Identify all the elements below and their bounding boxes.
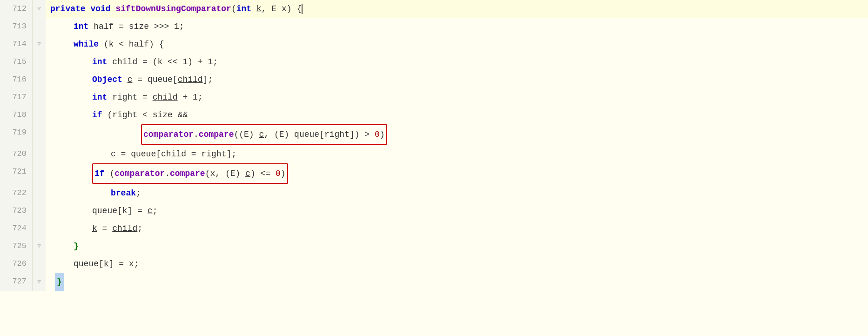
- line-number-717: 717: [0, 88, 33, 106]
- code-line-712: 712 ▽ private void siftDownUsingComparat…: [0, 0, 868, 18]
- red-box-719: comparator.compare((E) c, (E) queue[righ…: [141, 124, 387, 145]
- code-content-721: if (comparator.compare(x, (E) c) <= 0): [46, 163, 868, 184]
- gutter-718: [33, 106, 46, 124]
- line-number-720: 720: [0, 145, 33, 163]
- line-number-725: 725: [0, 237, 33, 255]
- gutter-714: ▽: [33, 35, 46, 53]
- line-number-712: 712: [0, 0, 33, 18]
- line-number-727: 727: [0, 273, 33, 291]
- code-content-713: int half = size >>> 1;: [46, 18, 868, 35]
- line-number-719: 719: [0, 124, 33, 145]
- code-line-722: 722 break;: [0, 184, 868, 202]
- code-line-716: 716 Object c = queue[child];: [0, 71, 868, 88]
- gutter-719: [33, 124, 46, 145]
- code-line-713: 713 int half = size >>> 1;: [0, 18, 868, 35]
- code-content-726: queue[k] = x;: [46, 255, 868, 273]
- code-line-721: 721 if (comparator.compare(x, (E) c) <= …: [0, 163, 868, 184]
- code-content-712: private void siftDownUsingComparator(int…: [46, 0, 868, 18]
- line-number-726: 726: [0, 255, 33, 273]
- code-line-724: 724 k = child;: [0, 220, 868, 237]
- gutter-715: [33, 53, 46, 71]
- line-number-713: 713: [0, 18, 33, 35]
- line-number-724: 724: [0, 220, 33, 237]
- gutter-716: [33, 71, 46, 88]
- gutter-726: [33, 255, 46, 273]
- code-content-719: comparator.compare((E) c, (E) queue[righ…: [46, 124, 868, 145]
- code-content-727: }: [46, 273, 868, 291]
- code-line-718: 718 if (right < size &&: [0, 106, 868, 124]
- red-box-721: if (comparator.compare(x, (E) c) <= 0): [92, 163, 288, 184]
- code-line-723: 723 queue[k] = c;: [0, 202, 868, 220]
- line-number-716: 716: [0, 71, 33, 88]
- code-content-716: Object c = queue[child];: [46, 71, 868, 88]
- code-content-723: queue[k] = c;: [46, 202, 868, 220]
- code-content-717: int right = child + 1;: [46, 88, 868, 106]
- gutter-727: ▽: [33, 273, 46, 291]
- gutter-725: ▽: [33, 237, 46, 255]
- line-number-723: 723: [0, 202, 33, 220]
- code-content-715: int child = (k << 1) + 1;: [46, 53, 868, 71]
- line-number-715: 715: [0, 53, 33, 71]
- code-content-722: break;: [46, 184, 868, 202]
- line-number-714: 714: [0, 35, 33, 53]
- code-content-724: k = child;: [46, 220, 868, 237]
- code-content-714: while (k < half) {: [46, 35, 868, 53]
- line-number-722: 722: [0, 184, 33, 202]
- code-content-720: c = queue[child = right];: [46, 145, 868, 163]
- line-number-721: 721: [0, 163, 33, 184]
- code-line-715: 715 int child = (k << 1) + 1;: [0, 53, 868, 71]
- gutter-724: [33, 220, 46, 237]
- code-line-717: 717 int right = child + 1;: [0, 88, 868, 106]
- code-line-726: 726 queue[k] = x;: [0, 255, 868, 273]
- code-line-727: 727 ▽ }: [0, 273, 868, 291]
- gutter-721: [33, 163, 46, 184]
- code-content-718: if (right < size &&: [46, 106, 868, 124]
- gutter-717: [33, 88, 46, 106]
- gutter-722: [33, 184, 46, 202]
- gutter-712: ▽: [33, 0, 46, 18]
- code-content-725: }: [46, 237, 868, 255]
- line-number-718: 718: [0, 106, 33, 124]
- code-line-714: 714 ▽ while (k < half) {: [0, 35, 868, 53]
- gutter-723: [33, 202, 46, 220]
- code-line-725: 725 ▽ }: [0, 237, 868, 255]
- gutter-720: [33, 145, 46, 163]
- code-line-720: 720 c = queue[child = right];: [0, 145, 868, 163]
- code-line-719: 719 comparator.compare((E) c, (E) queue[…: [0, 124, 868, 145]
- gutter-713: [33, 18, 46, 35]
- code-editor: 712 ▽ private void siftDownUsingComparat…: [0, 0, 868, 336]
